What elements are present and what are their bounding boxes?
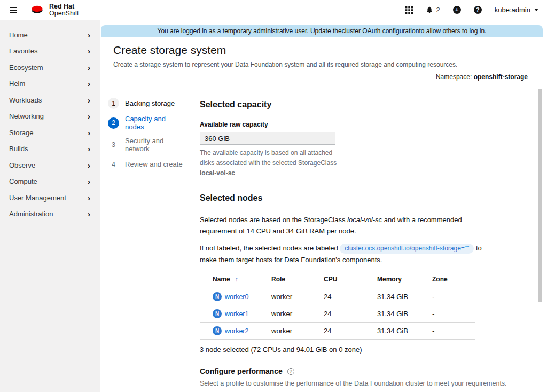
cell-zone: - bbox=[432, 327, 475, 335]
redhat-openshift-logo[interactable]: Red Hat OpenShift bbox=[30, 3, 79, 17]
selected-nodes-heading: Selected nodes bbox=[200, 193, 534, 203]
sidebar-item-networking[interactable]: Networking› bbox=[0, 108, 100, 125]
step-label: Capacity and nodes bbox=[125, 115, 183, 131]
chevron-right-icon: › bbox=[88, 64, 90, 72]
cell-cpu: 24 bbox=[324, 310, 377, 318]
main-content: You are logged in as a temporary adminis… bbox=[100, 20, 547, 392]
help-menu-icon[interactable]: ? bbox=[474, 6, 482, 14]
node-badge-icon: N bbox=[213, 326, 222, 335]
wizard-body: Selected capacity Available raw capacity… bbox=[192, 87, 547, 392]
node-link[interactable]: worker2 bbox=[225, 327, 248, 335]
raw-capacity-input[interactable] bbox=[200, 132, 335, 145]
node-label-pill: cluster.ocs.openshift.io/openshift-stora… bbox=[340, 244, 474, 254]
cell-role: worker bbox=[271, 327, 324, 335]
chevron-right-icon: › bbox=[88, 96, 90, 104]
wizard-nav: 1Backing storage2Capacity and nodes3Secu… bbox=[100, 87, 192, 392]
quick-create-plus-icon[interactable]: + bbox=[453, 6, 461, 14]
sidebar-item-label: Storage bbox=[9, 129, 34, 137]
cell-memory: 31.34 GiB bbox=[377, 293, 432, 301]
sidebar-item-label: Observe bbox=[9, 161, 35, 169]
chevron-right-icon: › bbox=[88, 47, 90, 55]
sidebar-item-favorites[interactable]: Favorites› bbox=[0, 43, 100, 60]
brand-line1: Red Hat bbox=[49, 3, 79, 10]
step-number: 2 bbox=[108, 117, 119, 129]
node-link[interactable]: worker1 bbox=[225, 310, 248, 318]
temp-admin-banner: You are logged in as a temporary adminis… bbox=[101, 25, 543, 37]
raw-capacity-label: Available raw capacity bbox=[200, 121, 534, 128]
helper-storageclass: local-vol-sc bbox=[200, 169, 235, 177]
app-launcher-grid-icon[interactable] bbox=[405, 6, 413, 14]
chevron-right-icon: › bbox=[88, 145, 90, 153]
username: kube:admin bbox=[495, 6, 530, 14]
sidebar-item-user-management[interactable]: User Management› bbox=[0, 190, 100, 206]
redhat-fedora-icon bbox=[30, 5, 46, 15]
step-label: Review and create bbox=[125, 160, 183, 168]
sidebar-item-builds[interactable]: Builds› bbox=[0, 141, 100, 158]
bell-icon bbox=[426, 6, 433, 14]
sidebar-item-helm[interactable]: Helm› bbox=[0, 76, 100, 92]
nodes-summary: 3 node selected (72 CPUs and 94.01 GiB o… bbox=[200, 346, 534, 354]
chevron-right-icon: › bbox=[88, 129, 90, 137]
help-popover-icon[interactable]: ? bbox=[287, 368, 294, 375]
node-link[interactable]: worker0 bbox=[225, 293, 248, 301]
node-badge-icon: N bbox=[213, 309, 222, 318]
chevron-right-icon: › bbox=[88, 31, 90, 39]
node-badge-icon: N bbox=[213, 292, 222, 301]
step-number: 4 bbox=[108, 159, 119, 170]
hamburger-menu-icon[interactable] bbox=[10, 7, 17, 13]
sidebar-item-ecosystem[interactable]: Ecosystem› bbox=[0, 59, 100, 76]
step-label: Security and network bbox=[125, 137, 183, 153]
sidebar-item-label: User Management bbox=[9, 194, 66, 202]
namespace-value: openshift-storage bbox=[474, 73, 528, 81]
sidebar-item-label: Ecosystem bbox=[9, 64, 43, 72]
sidebar-item-label: Builds bbox=[9, 145, 28, 153]
sidebar-item-label: Workloads bbox=[9, 96, 42, 104]
masthead: Red Hat OpenShift 2 + ? kube:admin bbox=[0, 0, 547, 20]
sidebar-item-observe[interactable]: Observe› bbox=[0, 157, 100, 174]
nodes-description-2: If not labeled, the selected nodes are l… bbox=[200, 242, 495, 265]
sidebar-item-label: Favorites bbox=[9, 47, 37, 55]
sidebar-item-label: Home bbox=[9, 31, 28, 39]
cell-role: worker bbox=[271, 293, 324, 301]
sidebar-item-compute[interactable]: Compute› bbox=[0, 174, 100, 190]
wizard-step-security-and-network[interactable]: 3Security and network bbox=[100, 134, 192, 155]
desc1-before: Selected nodes are based on the StorageC… bbox=[200, 216, 347, 224]
banner-text-after: to allow others to log in. bbox=[419, 27, 486, 35]
step-number: 3 bbox=[108, 139, 119, 151]
page-header: Create storage system Create a storage s… bbox=[100, 37, 547, 87]
column-header-name[interactable]: Name↑ bbox=[213, 276, 271, 283]
chevron-right-icon: › bbox=[88, 194, 90, 202]
sidebar-item-label: Compute bbox=[9, 177, 37, 185]
sidebar-item-home[interactable]: Home› bbox=[0, 27, 100, 43]
scrollbar-thumb[interactable] bbox=[538, 89, 542, 302]
notifications-button[interactable]: 2 bbox=[426, 6, 440, 14]
brand-line2: OpenShift bbox=[49, 10, 79, 17]
sidebar-nav: Home›Favorites›Ecosystem›Helm›Workloads›… bbox=[0, 20, 100, 392]
wizard-step-backing-storage[interactable]: 1Backing storage bbox=[100, 95, 192, 112]
cell-name: Nworker2 bbox=[213, 326, 271, 335]
column-header-cpu: CPU bbox=[324, 276, 377, 283]
cluster-oauth-link[interactable]: cluster OAuth configuration bbox=[342, 27, 419, 35]
sidebar-item-administration[interactable]: Administration› bbox=[0, 206, 100, 223]
page-title: Create storage system bbox=[113, 43, 528, 57]
wizard-step-capacity-and-nodes[interactable]: 2Capacity and nodes bbox=[100, 112, 192, 134]
column-header-memory: Memory bbox=[377, 276, 432, 283]
page-description: Create a storage system to represent you… bbox=[113, 61, 528, 68]
column-header-zone: Zone bbox=[432, 276, 475, 283]
sort-ascending-icon[interactable]: ↑ bbox=[235, 276, 238, 283]
performance-description: Select a profile to customise the perfor… bbox=[200, 380, 534, 387]
sidebar-item-workloads[interactable]: Workloads› bbox=[0, 92, 100, 108]
namespace-indicator: Namespace: openshift-storage bbox=[113, 73, 528, 81]
configure-performance-heading: Configure performance ? bbox=[200, 367, 534, 375]
cell-cpu: 24 bbox=[324, 293, 377, 301]
table-row: Nworker0worker2431.34 GiB- bbox=[200, 288, 475, 305]
notification-count: 2 bbox=[436, 6, 440, 14]
cell-memory: 31.34 GiB bbox=[377, 327, 432, 335]
user-menu[interactable]: kube:admin bbox=[495, 6, 538, 14]
table-row: Nworker1worker2431.34 GiB- bbox=[200, 305, 475, 323]
chevron-right-icon: › bbox=[88, 177, 90, 185]
sidebar-item-storage[interactable]: Storage› bbox=[0, 124, 100, 141]
cell-zone: - bbox=[432, 293, 475, 301]
wizard-step-review-and-create[interactable]: 4Review and create bbox=[100, 156, 192, 173]
sidebar-item-label: Administration bbox=[9, 210, 53, 218]
